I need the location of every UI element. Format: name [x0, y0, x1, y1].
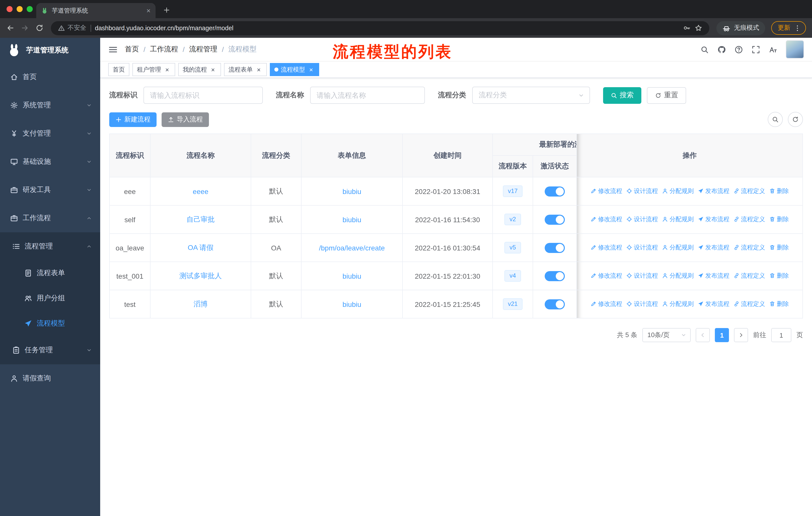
update-button[interactable]: 更新: [771, 21, 806, 35]
op-modify-link[interactable]: 修改流程: [590, 243, 622, 252]
version-badge[interactable]: v2: [504, 214, 521, 225]
tag-process-form[interactable]: 流程表单 ×: [224, 63, 267, 76]
op-delete-link[interactable]: 删除: [769, 300, 789, 308]
op-design-link[interactable]: 设计流程: [626, 187, 658, 195]
op-publish-link[interactable]: 发布流程: [698, 187, 729, 195]
close-icon[interactable]: ×: [255, 66, 262, 73]
sidebar-item-devtools[interactable]: 研发工具: [0, 176, 100, 204]
op-publish-link[interactable]: 发布流程: [698, 243, 729, 252]
sidebar-item-process-model[interactable]: 流程模型: [0, 311, 100, 336]
op-definition-link[interactable]: 流程定义: [733, 215, 765, 224]
current-page[interactable]: 1: [715, 328, 729, 342]
breadcrumb-item[interactable]: 流程管理: [189, 45, 218, 54]
op-publish-link[interactable]: 发布流程: [698, 215, 729, 224]
process-name-link[interactable]: 测试多审批人: [179, 271, 222, 279]
refresh-table-button[interactable]: [788, 112, 803, 127]
tag-tenant[interactable]: 租户管理 ×: [133, 63, 175, 76]
import-process-button[interactable]: 导入流程: [162, 112, 209, 127]
hamburger-icon[interactable]: [108, 45, 118, 54]
op-delete-link[interactable]: 删除: [769, 243, 789, 252]
back-icon[interactable]: [6, 24, 14, 32]
sidebar-item-process-form[interactable]: 流程表单: [0, 261, 100, 286]
browser-tab[interactable]: 芋道管理系统 ×: [36, 3, 155, 18]
font-size-icon[interactable]: [769, 45, 777, 54]
create-process-button[interactable]: 新建流程: [109, 112, 156, 127]
search-button[interactable]: 搜索: [603, 87, 641, 104]
close-window-button[interactable]: [6, 6, 12, 12]
active-toggle[interactable]: [545, 271, 565, 281]
op-design-link[interactable]: 设计流程: [626, 300, 658, 308]
password-key-icon[interactable]: [683, 24, 691, 32]
process-id-input[interactable]: [143, 87, 263, 104]
menu-dots-icon[interactable]: [794, 24, 801, 31]
op-publish-link[interactable]: 发布流程: [698, 272, 729, 280]
op-assign-link[interactable]: 分配规则: [662, 243, 694, 252]
page-size-select[interactable]: 10条/页: [642, 328, 691, 342]
sidebar-item-user-group[interactable]: 用户分组: [0, 286, 100, 311]
toggle-search-button[interactable]: [768, 112, 783, 127]
op-definition-link[interactable]: 流程定义: [733, 272, 765, 280]
active-toggle[interactable]: [545, 243, 565, 253]
op-modify-link[interactable]: 修改流程: [590, 215, 622, 224]
security-indicator[interactable]: 不安全: [58, 24, 86, 32]
op-assign-link[interactable]: 分配规则: [662, 300, 694, 308]
close-icon[interactable]: ×: [209, 66, 216, 73]
op-assign-link[interactable]: 分配规则: [662, 215, 694, 224]
op-design-link[interactable]: 设计流程: [626, 272, 658, 280]
process-name-link[interactable]: OA 请假: [188, 243, 214, 251]
tag-home[interactable]: 首页: [108, 63, 129, 76]
reload-icon[interactable]: [35, 24, 44, 32]
avatar[interactable]: [786, 40, 804, 58]
address-bar[interactable]: 不安全 dashboard.yudao.iocoder.cn/bpm/manag…: [51, 21, 709, 35]
sidebar-item-process-mgmt[interactable]: 流程管理: [0, 232, 100, 261]
tab-close-icon[interactable]: ×: [146, 7, 150, 14]
process-name-link[interactable]: 自己审批: [186, 215, 215, 223]
op-modify-link[interactable]: 修改流程: [590, 300, 622, 308]
breadcrumb-item[interactable]: 工作流程: [150, 45, 178, 54]
op-design-link[interactable]: 设计流程: [626, 243, 658, 252]
reset-button[interactable]: 重置: [647, 87, 686, 104]
op-design-link[interactable]: 设计流程: [626, 215, 658, 224]
forward-icon[interactable]: [21, 24, 29, 32]
sidebar-item-system[interactable]: 系统管理: [0, 91, 100, 119]
process-name-input[interactable]: [310, 87, 425, 104]
sidebar-item-home[interactable]: 首页: [0, 63, 100, 91]
version-badge[interactable]: v17: [503, 185, 523, 197]
form-link[interactable]: biubiu: [343, 300, 361, 308]
close-icon[interactable]: ×: [308, 66, 315, 73]
op-delete-link[interactable]: 删除: [769, 215, 789, 224]
version-badge[interactable]: v5: [504, 242, 521, 253]
active-toggle[interactable]: [545, 186, 565, 196]
zoom-window-button[interactable]: [27, 6, 33, 12]
op-definition-link[interactable]: 流程定义: [733, 300, 765, 308]
op-delete-link[interactable]: 删除: [769, 187, 789, 195]
op-definition-link[interactable]: 流程定义: [733, 243, 765, 252]
goto-page-input[interactable]: [771, 328, 791, 342]
prev-page-button[interactable]: [696, 328, 710, 342]
sidebar-item-workflow[interactable]: 工作流程: [0, 204, 100, 232]
op-modify-link[interactable]: 修改流程: [590, 272, 622, 280]
version-badge[interactable]: v21: [503, 298, 523, 310]
op-definition-link[interactable]: 流程定义: [733, 187, 765, 195]
next-page-button[interactable]: [734, 328, 748, 342]
sidebar-item-payment[interactable]: 支付管理: [0, 119, 100, 147]
form-link[interactable]: biubiu: [343, 187, 361, 195]
close-icon[interactable]: ×: [164, 66, 171, 73]
breadcrumb-item[interactable]: 首页: [125, 45, 139, 54]
sidebar-item-infra[interactable]: 基础设施: [0, 147, 100, 176]
op-delete-link[interactable]: 删除: [769, 272, 789, 280]
tag-process-model-active[interactable]: 流程模型 ×: [270, 63, 319, 76]
new-tab-button[interactable]: [161, 4, 173, 16]
category-select[interactable]: 流程分类: [472, 87, 590, 104]
fullscreen-icon[interactable]: [752, 45, 760, 54]
op-assign-link[interactable]: 分配规则: [662, 272, 694, 280]
search-icon[interactable]: [700, 45, 709, 54]
op-assign-link[interactable]: 分配规则: [662, 187, 694, 195]
op-modify-link[interactable]: 修改流程: [590, 187, 622, 195]
minimize-window-button[interactable]: [17, 6, 23, 12]
help-icon[interactable]: [734, 45, 743, 54]
process-name-link[interactable]: 滔博: [194, 300, 208, 308]
github-icon[interactable]: [717, 45, 726, 54]
bookmark-star-icon[interactable]: [695, 24, 702, 32]
process-name-link[interactable]: eeee: [193, 187, 208, 195]
